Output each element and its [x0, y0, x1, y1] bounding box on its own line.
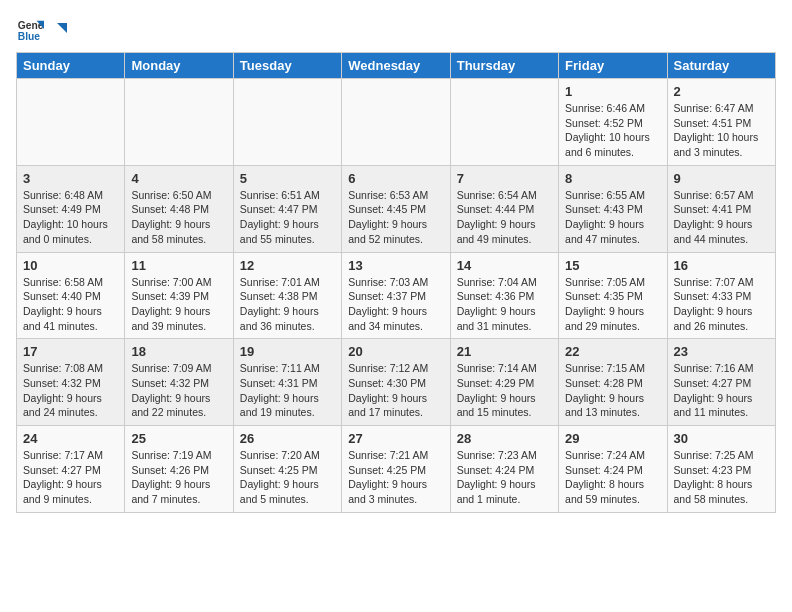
- day-info: Sunrise: 7:09 AMSunset: 4:32 PMDaylight:…: [131, 361, 226, 420]
- day-number: 29: [565, 431, 660, 446]
- svg-text:Blue: Blue: [18, 31, 41, 42]
- day-info: Sunrise: 6:58 AMSunset: 4:40 PMDaylight:…: [23, 275, 118, 334]
- day-info: Sunrise: 7:24 AMSunset: 4:24 PMDaylight:…: [565, 448, 660, 507]
- day-number: 18: [131, 344, 226, 359]
- day-info: Sunrise: 6:51 AMSunset: 4:47 PMDaylight:…: [240, 188, 335, 247]
- week-row-1: 1Sunrise: 6:46 AMSunset: 4:52 PMDaylight…: [17, 79, 776, 166]
- day-number: 19: [240, 344, 335, 359]
- day-number: 7: [457, 171, 552, 186]
- day-number: 14: [457, 258, 552, 273]
- day-number: 22: [565, 344, 660, 359]
- calendar-cell: 13Sunrise: 7:03 AMSunset: 4:37 PMDayligh…: [342, 252, 450, 339]
- logo-icon: General Blue: [16, 16, 44, 44]
- day-info: Sunrise: 7:15 AMSunset: 4:28 PMDaylight:…: [565, 361, 660, 420]
- day-info: Sunrise: 6:57 AMSunset: 4:41 PMDaylight:…: [674, 188, 769, 247]
- day-info: Sunrise: 7:19 AMSunset: 4:26 PMDaylight:…: [131, 448, 226, 507]
- weekday-header-wednesday: Wednesday: [342, 53, 450, 79]
- calendar-cell: 20Sunrise: 7:12 AMSunset: 4:30 PMDayligh…: [342, 339, 450, 426]
- calendar-cell: 11Sunrise: 7:00 AMSunset: 4:39 PMDayligh…: [125, 252, 233, 339]
- day-info: Sunrise: 7:21 AMSunset: 4:25 PMDaylight:…: [348, 448, 443, 507]
- weekday-header-monday: Monday: [125, 53, 233, 79]
- calendar-cell: 14Sunrise: 7:04 AMSunset: 4:36 PMDayligh…: [450, 252, 558, 339]
- day-number: 1: [565, 84, 660, 99]
- day-info: Sunrise: 7:00 AMSunset: 4:39 PMDaylight:…: [131, 275, 226, 334]
- day-info: Sunrise: 6:55 AMSunset: 4:43 PMDaylight:…: [565, 188, 660, 247]
- calendar-cell: 26Sunrise: 7:20 AMSunset: 4:25 PMDayligh…: [233, 426, 341, 513]
- day-number: 20: [348, 344, 443, 359]
- calendar-cell: 23Sunrise: 7:16 AMSunset: 4:27 PMDayligh…: [667, 339, 775, 426]
- day-info: Sunrise: 7:25 AMSunset: 4:23 PMDaylight:…: [674, 448, 769, 507]
- day-info: Sunrise: 7:07 AMSunset: 4:33 PMDaylight:…: [674, 275, 769, 334]
- calendar-cell: 22Sunrise: 7:15 AMSunset: 4:28 PMDayligh…: [559, 339, 667, 426]
- page-header: General Blue: [16, 16, 776, 44]
- calendar-cell: 19Sunrise: 7:11 AMSunset: 4:31 PMDayligh…: [233, 339, 341, 426]
- calendar-cell: 16Sunrise: 7:07 AMSunset: 4:33 PMDayligh…: [667, 252, 775, 339]
- day-number: 24: [23, 431, 118, 446]
- weekday-header-friday: Friday: [559, 53, 667, 79]
- day-number: 17: [23, 344, 118, 359]
- day-info: Sunrise: 7:05 AMSunset: 4:35 PMDaylight:…: [565, 275, 660, 334]
- day-info: Sunrise: 6:48 AMSunset: 4:49 PMDaylight:…: [23, 188, 118, 247]
- calendar-cell: [125, 79, 233, 166]
- day-number: 12: [240, 258, 335, 273]
- day-number: 10: [23, 258, 118, 273]
- day-info: Sunrise: 7:03 AMSunset: 4:37 PMDaylight:…: [348, 275, 443, 334]
- calendar-cell: 28Sunrise: 7:23 AMSunset: 4:24 PMDayligh…: [450, 426, 558, 513]
- day-number: 21: [457, 344, 552, 359]
- day-number: 11: [131, 258, 226, 273]
- day-number: 6: [348, 171, 443, 186]
- calendar-cell: 5Sunrise: 6:51 AMSunset: 4:47 PMDaylight…: [233, 165, 341, 252]
- week-row-2: 3Sunrise: 6:48 AMSunset: 4:49 PMDaylight…: [17, 165, 776, 252]
- calendar-cell: [233, 79, 341, 166]
- day-info: Sunrise: 7:20 AMSunset: 4:25 PMDaylight:…: [240, 448, 335, 507]
- day-info: Sunrise: 7:12 AMSunset: 4:30 PMDaylight:…: [348, 361, 443, 420]
- day-number: 2: [674, 84, 769, 99]
- calendar-cell: [342, 79, 450, 166]
- day-info: Sunrise: 6:46 AMSunset: 4:52 PMDaylight:…: [565, 101, 660, 160]
- day-number: 8: [565, 171, 660, 186]
- weekday-header-tuesday: Tuesday: [233, 53, 341, 79]
- day-number: 28: [457, 431, 552, 446]
- calendar-cell: 21Sunrise: 7:14 AMSunset: 4:29 PMDayligh…: [450, 339, 558, 426]
- day-number: 27: [348, 431, 443, 446]
- calendar-cell: 17Sunrise: 7:08 AMSunset: 4:32 PMDayligh…: [17, 339, 125, 426]
- calendar-table: SundayMondayTuesdayWednesdayThursdayFrid…: [16, 52, 776, 513]
- calendar-cell: 3Sunrise: 6:48 AMSunset: 4:49 PMDaylight…: [17, 165, 125, 252]
- weekday-header-thursday: Thursday: [450, 53, 558, 79]
- day-info: Sunrise: 6:54 AMSunset: 4:44 PMDaylight:…: [457, 188, 552, 247]
- calendar-cell: 18Sunrise: 7:09 AMSunset: 4:32 PMDayligh…: [125, 339, 233, 426]
- calendar-cell: 9Sunrise: 6:57 AMSunset: 4:41 PMDaylight…: [667, 165, 775, 252]
- calendar-cell: 24Sunrise: 7:17 AMSunset: 4:27 PMDayligh…: [17, 426, 125, 513]
- day-info: Sunrise: 6:50 AMSunset: 4:48 PMDaylight:…: [131, 188, 226, 247]
- day-info: Sunrise: 6:47 AMSunset: 4:51 PMDaylight:…: [674, 101, 769, 160]
- logo: General Blue: [16, 16, 67, 44]
- week-row-5: 24Sunrise: 7:17 AMSunset: 4:27 PMDayligh…: [17, 426, 776, 513]
- day-info: Sunrise: 7:17 AMSunset: 4:27 PMDaylight:…: [23, 448, 118, 507]
- logo-arrow-icon: [49, 21, 67, 39]
- day-info: Sunrise: 7:08 AMSunset: 4:32 PMDaylight:…: [23, 361, 118, 420]
- calendar-cell: 1Sunrise: 6:46 AMSunset: 4:52 PMDaylight…: [559, 79, 667, 166]
- calendar-cell: [17, 79, 125, 166]
- weekday-header-sunday: Sunday: [17, 53, 125, 79]
- weekday-header-row: SundayMondayTuesdayWednesdayThursdayFrid…: [17, 53, 776, 79]
- calendar-cell: 10Sunrise: 6:58 AMSunset: 4:40 PMDayligh…: [17, 252, 125, 339]
- day-number: 13: [348, 258, 443, 273]
- day-info: Sunrise: 7:23 AMSunset: 4:24 PMDaylight:…: [457, 448, 552, 507]
- day-info: Sunrise: 6:53 AMSunset: 4:45 PMDaylight:…: [348, 188, 443, 247]
- calendar-cell: [450, 79, 558, 166]
- day-number: 3: [23, 171, 118, 186]
- day-number: 23: [674, 344, 769, 359]
- calendar-cell: 15Sunrise: 7:05 AMSunset: 4:35 PMDayligh…: [559, 252, 667, 339]
- calendar-cell: 2Sunrise: 6:47 AMSunset: 4:51 PMDaylight…: [667, 79, 775, 166]
- day-number: 25: [131, 431, 226, 446]
- day-number: 5: [240, 171, 335, 186]
- day-info: Sunrise: 7:16 AMSunset: 4:27 PMDaylight:…: [674, 361, 769, 420]
- calendar-cell: 4Sunrise: 6:50 AMSunset: 4:48 PMDaylight…: [125, 165, 233, 252]
- weekday-header-saturday: Saturday: [667, 53, 775, 79]
- calendar-cell: 25Sunrise: 7:19 AMSunset: 4:26 PMDayligh…: [125, 426, 233, 513]
- calendar-cell: 30Sunrise: 7:25 AMSunset: 4:23 PMDayligh…: [667, 426, 775, 513]
- week-row-3: 10Sunrise: 6:58 AMSunset: 4:40 PMDayligh…: [17, 252, 776, 339]
- day-number: 30: [674, 431, 769, 446]
- day-info: Sunrise: 7:14 AMSunset: 4:29 PMDaylight:…: [457, 361, 552, 420]
- day-info: Sunrise: 7:11 AMSunset: 4:31 PMDaylight:…: [240, 361, 335, 420]
